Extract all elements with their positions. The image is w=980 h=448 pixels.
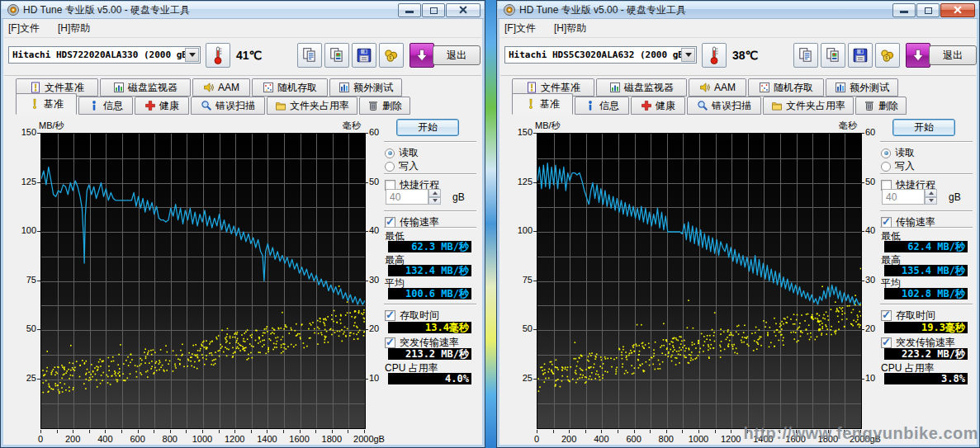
gb-unit-label: gB (949, 191, 961, 203)
tab-aam[interactable]: AAM (689, 78, 746, 97)
hdtune-window: HD Tune 专业版 v5.00 - 硬盘专业工具 [F]文件 [H]帮助 H… (0, 0, 485, 448)
start-button[interactable]: 开始 (892, 119, 955, 136)
tab-random-access[interactable]: 随机存取 (252, 78, 328, 97)
save-screenshot-button[interactable] (352, 43, 376, 68)
screenshot-icon (329, 47, 345, 64)
copy-text-button[interactable] (793, 43, 818, 68)
axis-label (37, 133, 40, 134)
menu-help[interactable]: [H]帮助 (58, 21, 90, 35)
close-button[interactable] (940, 3, 975, 17)
tab-folder-usage[interactable]: 文件夹占用率 (763, 97, 854, 115)
tab-benchmark[interactable]: 基准 (16, 93, 77, 115)
axis-label: 50 (508, 323, 533, 333)
axis-label: MB/秒 (535, 120, 561, 132)
copy-screenshot-button[interactable] (821, 43, 845, 68)
drive-selector[interactable]: Hitachi HDS722020ALA330 (2000 gB) (8, 46, 201, 64)
copy-text-button[interactable] (297, 43, 322, 68)
benchmark-chart-zone: MB/秒毫秒1506012550100407530502025100200400… (497, 120, 878, 446)
folder-icon (275, 100, 286, 111)
save-icon (356, 47, 372, 64)
tab-disk-monitor[interactable]: 磁盘监视器 (596, 78, 687, 97)
title-bar[interactable]: HD Tune 专业版 v5.00 - 硬盘专业工具 (2, 2, 484, 19)
title-bar[interactable]: HD Tune 专业版 v5.00 - 硬盘专业工具 (498, 2, 978, 19)
tab-error-scan[interactable]: 错误扫描 (191, 97, 265, 115)
avg-value: 102.8 MB/秒 (884, 288, 968, 299)
axis-label: 200 (551, 434, 587, 444)
axis-label: 1400 (249, 434, 285, 444)
read-radio-row[interactable]: 读取 (385, 146, 419, 160)
read-radio[interactable] (881, 149, 891, 158)
drive-selector[interactable]: Hitachi HDS5C3020ALA632 (2000 gB) (504, 46, 697, 64)
maximize-button[interactable] (422, 3, 445, 17)
access-time-checkbox[interactable]: ✓ (385, 310, 395, 321)
exit-button[interactable]: 退出 (929, 45, 977, 65)
chevron-down-icon[interactable] (681, 48, 695, 62)
spinner-arrows[interactable] (925, 189, 937, 205)
menu-file[interactable]: [F]文件 (504, 21, 536, 35)
tab-health[interactable]: 健康 (631, 97, 685, 115)
axis-label (37, 329, 40, 330)
min-value: 62.4 MB/秒 (884, 241, 968, 252)
spin-down-icon[interactable] (428, 197, 441, 205)
temperature-button[interactable] (206, 43, 230, 68)
copy-screenshot-button[interactable] (324, 43, 349, 68)
axis-label: 1000 (184, 434, 220, 444)
exit-button[interactable]: 退出 (433, 45, 481, 65)
access-time-checkbox[interactable]: ✓ (881, 310, 892, 321)
minimize-button[interactable] (892, 3, 916, 17)
spin-down-icon[interactable] (925, 197, 937, 205)
menu-file[interactable]: [F]文件 (8, 21, 40, 35)
tab-extra-tests[interactable]: 额外测试 (826, 78, 898, 97)
donate-button[interactable]: $ (379, 43, 404, 68)
write-radio[interactable] (881, 162, 891, 172)
update-check-button[interactable] (906, 43, 930, 68)
start-button[interactable]: 开始 (396, 119, 459, 136)
write-radio-row[interactable]: 写入 (385, 159, 419, 173)
options-panel: 开始 读取 写入 快捷行程 gB ✓ 传输速率 最低 (382, 116, 481, 442)
write-radio[interactable] (385, 162, 395, 172)
save-screenshot-button[interactable] (848, 43, 873, 68)
toolbar: Hitachi HDS722020ALA330 (2000 gB) 41℃ (4, 39, 481, 76)
tab-disk-monitor[interactable]: 磁盘监视器 (100, 78, 191, 97)
tab-random-access[interactable]: 随机存取 (748, 78, 824, 97)
tab-info[interactable]: 信息 (575, 97, 629, 115)
tab-info[interactable]: 信息 (78, 97, 133, 115)
tab-delete[interactable]: 删除 (855, 97, 907, 115)
write-radio-row[interactable]: 写入 (881, 159, 915, 173)
access-time-value: 19.3毫秒 (884, 322, 968, 333)
maximize-button[interactable] (916, 3, 940, 17)
access-time-row[interactable]: ✓ 存取时间 (385, 309, 439, 323)
close-button[interactable] (446, 3, 481, 17)
menu-help[interactable]: [H]帮助 (554, 21, 586, 35)
donate-button[interactable]: $ (875, 43, 900, 68)
burst-rate-checkbox[interactable]: ✓ (385, 337, 395, 348)
minimize-button[interactable] (398, 3, 421, 17)
spinner-arrows[interactable] (428, 189, 441, 205)
tab-aam[interactable]: AAM (192, 78, 250, 97)
read-radio[interactable] (385, 149, 395, 158)
short-stroke-input[interactable] (882, 189, 925, 205)
read-radio-row[interactable]: 读取 (881, 146, 915, 160)
update-check-button[interactable] (410, 43, 434, 68)
short-stroke-input[interactable] (386, 189, 428, 205)
magnifier-icon (697, 100, 708, 111)
burst-rate-checkbox[interactable]: ✓ (881, 337, 892, 348)
tab-extra-tests[interactable]: 额外测试 (329, 78, 402, 97)
tab-delete[interactable]: 删除 (359, 97, 410, 115)
spin-up-icon[interactable] (428, 189, 441, 197)
axis-label (365, 133, 368, 134)
tab-benchmark[interactable]: 基准 (512, 93, 573, 115)
folder-icon (771, 100, 783, 111)
tab-error-scan[interactable]: 错误扫描 (687, 97, 761, 115)
chevron-down-icon[interactable] (185, 48, 199, 62)
temperature-button[interactable] (702, 43, 727, 68)
axis-label (569, 430, 570, 433)
tab-folder-usage[interactable]: 文件夹占用率 (267, 97, 357, 115)
spin-up-icon[interactable] (925, 189, 937, 197)
axis-label (138, 430, 139, 433)
axis-label: 1000 (680, 434, 717, 444)
axis-label (533, 231, 537, 232)
tab-health[interactable]: 健康 (135, 97, 189, 115)
svg-text:$: $ (885, 55, 888, 60)
access-time-row[interactable]: ✓ 存取时间 (881, 309, 935, 323)
